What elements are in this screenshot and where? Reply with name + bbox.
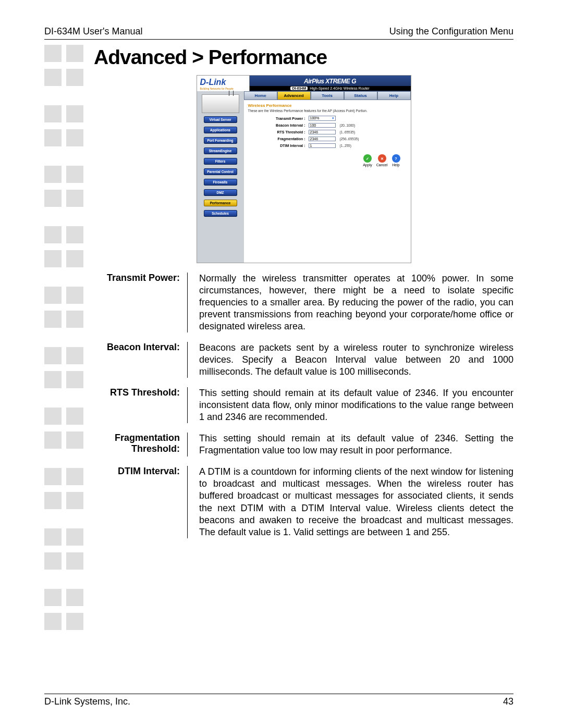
router-side-nav: Virtual Server Applications Port Forward… [197,91,244,263]
def-label-tx: Transmit Power: [94,273,188,332]
page-header: DI-634M User's Manual Using the Configur… [44,26,513,37]
header-right: Using the Configuration Menu [389,26,513,37]
frag-hint: (256..65535) [340,137,359,141]
def-text-dtim: A DTIM is a countdown for informing clie… [188,466,513,538]
page-title: Advanced > Performance [94,46,513,69]
router-top-tabs: Home Advanced Tools Status Help [244,91,411,100]
router-admin-screenshot: D-Link Building Networks for People AirP… [197,75,411,263]
help-button[interactable]: ? Help [392,154,400,167]
beacon-label: Beacon Interval : [248,124,309,127]
sidebtn-virtual-server[interactable]: Virtual Server [204,116,237,123]
def-label-rts: RTS Threshold: [94,387,188,423]
page-footer: D-Link Systems, Inc. 43 [44,696,513,707]
model-pill: DI-634M [290,87,308,90]
question-icon: ? [392,154,400,163]
rts-label: RTS Threshold : [248,130,309,134]
footer-rule [44,694,513,694]
router-thumbnail-icon [202,94,239,113]
dlink-logo: D-Link Building Networks for People [197,76,250,91]
sidebtn-port-forwarding[interactable]: Port Forwarding [204,137,237,144]
logo-subtext: Building Networks for People [200,87,247,90]
decorative-squares-column [44,45,94,548]
dtim-label: DTIM Interval : [248,144,309,147]
def-text-frag: This setting should remain at its defaul… [188,433,513,456]
product-brand: AirPlus XTREME G [250,78,411,85]
chevron-down-icon: ▾ [332,116,334,120]
def-label-dtim: DTIM Interval: [94,466,188,538]
dtim-hint: (1..255) [340,144,351,147]
cancel-label: Cancel [376,163,388,167]
apply-button[interactable]: ✓ Apply [363,154,372,167]
def-text-tx: Normally the wireless transmitter operat… [188,273,513,332]
tab-advanced[interactable]: Advanced [277,91,311,100]
pane-subtext: These are the Wireless Performance featu… [248,109,407,113]
def-text-rts: This setting should remain at its defaul… [188,387,513,423]
pane-heading: Wireless Performance [248,103,407,108]
sidebtn-firewalls[interactable]: Firewalls [204,179,237,186]
sidebtn-streamengine[interactable]: StreamEngine [204,147,237,154]
tx-power-select[interactable]: 100%▾ [309,116,336,121]
footer-right: 43 [503,696,513,707]
definitions: Transmit Power: Normally the wireless tr… [94,273,513,538]
def-label-frag: Fragmentation Threshold: [94,433,188,456]
close-icon: ✕ [378,154,386,163]
help-label: Help [392,163,400,167]
cancel-button[interactable]: ✕ Cancel [376,154,388,167]
footer-left: D-Link Systems, Inc. [44,696,130,707]
tx-power-label: Transmit Power : [248,117,309,120]
frag-label: Fragmentation : [248,137,309,141]
beacon-input[interactable]: 100 [309,123,336,128]
model-desc: High-Speed 2.4GHz Wireless Router [310,87,369,90]
apply-label: Apply [363,163,372,167]
frag-input[interactable]: 2346 [309,137,336,141]
def-text-beacon: Beacons are packets sent by a wireless r… [188,342,513,378]
sidebtn-parental-control[interactable]: Parental Control [204,168,237,175]
header-left: DI-634M User's Manual [44,26,143,37]
sidebtn-dmz[interactable]: DMZ [204,189,237,196]
def-label-beacon: Beacon Interval: [94,342,188,378]
logo-text: D-Link [200,78,226,87]
product-model-line: DI-634MHigh-Speed 2.4GHz Wireless Router [250,86,411,91]
sidebtn-schedules[interactable]: Schedules [204,210,237,217]
tab-help[interactable]: Help [377,91,411,100]
tab-home[interactable]: Home [244,91,277,100]
sidebtn-filters[interactable]: Filters [204,158,237,165]
sidebtn-applications[interactable]: Applications [204,127,237,133]
check-icon: ✓ [363,154,372,163]
beacon-hint: (20..1000) [340,124,356,127]
sidebtn-performance[interactable]: Performance [204,200,237,206]
tab-tools[interactable]: Tools [311,91,344,100]
header-rule [44,39,513,40]
rts-input[interactable]: 2346 [309,130,336,134]
tab-status[interactable]: Status [344,91,377,100]
dtim-input[interactable]: 1 [309,143,336,148]
rts-hint: (1..65535) [340,130,356,134]
